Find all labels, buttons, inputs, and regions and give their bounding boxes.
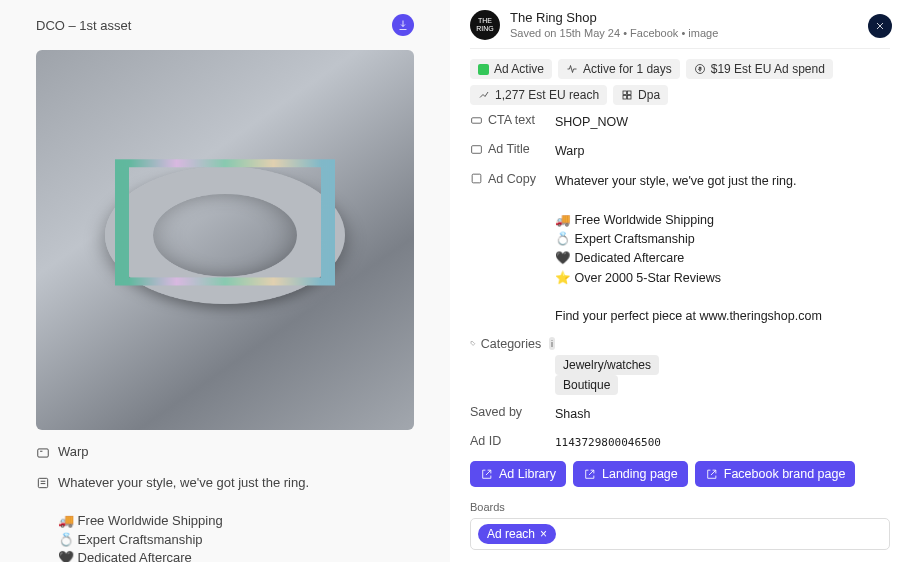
trend-icon bbox=[478, 89, 490, 101]
badge-reach: 1,277 Est EU reach bbox=[470, 85, 607, 105]
value-title: Warp bbox=[555, 142, 584, 161]
badge-active-days: Active for 1 days bbox=[558, 59, 680, 79]
label-cta: CTA text bbox=[488, 113, 535, 127]
svg-rect-9 bbox=[472, 174, 481, 183]
facebook-page-link[interactable]: Facebook brand page bbox=[695, 461, 856, 487]
external-link-icon bbox=[480, 468, 493, 481]
svg-rect-3 bbox=[623, 91, 627, 95]
close-icon bbox=[874, 20, 886, 32]
svg-rect-6 bbox=[628, 96, 632, 100]
category-chip[interactable]: Jewelry/watches bbox=[555, 355, 659, 375]
label-categories: Categories bbox=[481, 337, 541, 351]
status-badge-row: Ad Active Active for 1 days $19 Est EU A… bbox=[470, 59, 890, 105]
external-link-icon bbox=[705, 468, 718, 481]
value-adid: 1143729800046500 bbox=[555, 434, 661, 451]
label-adid: Ad ID bbox=[470, 434, 501, 448]
svg-rect-5 bbox=[623, 96, 627, 100]
shop-header: THE RING The Ring Shop Saved on 15th May… bbox=[470, 10, 890, 49]
svg-rect-0 bbox=[38, 449, 49, 457]
landing-page-link[interactable]: Landing page bbox=[573, 461, 688, 487]
copy-field-icon bbox=[470, 172, 483, 185]
left-pane: DCO – 1st asset Warp Whatever your style… bbox=[0, 0, 450, 562]
label-copy: Ad Copy bbox=[488, 172, 536, 186]
svg-rect-8 bbox=[472, 146, 482, 154]
close-button[interactable] bbox=[868, 14, 892, 38]
right-pane: THE RING The Ring Shop Saved on 15th May… bbox=[450, 0, 910, 562]
copy-icon bbox=[36, 476, 50, 490]
value-copy: Whatever your style, we've got just the … bbox=[555, 172, 822, 327]
ad-library-link[interactable]: Ad Library bbox=[470, 461, 566, 487]
svg-rect-7 bbox=[472, 117, 482, 122]
ad-creative-image bbox=[36, 50, 414, 430]
pulse-icon bbox=[566, 63, 578, 75]
active-indicator-icon bbox=[478, 64, 489, 75]
boards-input[interactable]: Ad reach× bbox=[470, 518, 890, 550]
board-chip[interactable]: Ad reach× bbox=[478, 524, 556, 544]
value-cta: SHOP_NOW bbox=[555, 113, 628, 132]
saved-meta: Saved on 15th May 24 • Facebook • image bbox=[510, 27, 718, 39]
category-chip[interactable]: Boutique bbox=[555, 375, 618, 395]
title-field-icon bbox=[470, 143, 483, 156]
shop-name: The Ring Shop bbox=[510, 10, 718, 25]
cta-icon bbox=[470, 114, 483, 127]
grid-icon bbox=[621, 89, 633, 101]
left-ad-title: Warp bbox=[58, 444, 89, 459]
badge-dpa: Dpa bbox=[613, 85, 668, 105]
dollar-icon bbox=[694, 63, 706, 75]
badge-ad-spend: $19 Est EU Ad spend bbox=[686, 59, 833, 79]
left-ad-copy: Whatever your style, we've got just the … bbox=[58, 474, 335, 562]
external-link-icon bbox=[583, 468, 596, 481]
download-icon bbox=[397, 19, 409, 31]
badge-ad-active: Ad Active bbox=[470, 59, 552, 79]
label-title: Ad Title bbox=[488, 142, 530, 156]
svg-rect-1 bbox=[38, 478, 47, 487]
left-pane-title: DCO – 1st asset bbox=[36, 18, 131, 33]
svg-rect-4 bbox=[628, 91, 632, 95]
label-savedby: Saved by bbox=[470, 405, 522, 419]
download-button[interactable] bbox=[392, 14, 414, 36]
value-savedby: Shash bbox=[555, 405, 590, 424]
remove-chip-icon[interactable]: × bbox=[540, 527, 547, 541]
title-icon bbox=[36, 446, 50, 460]
categories-icon bbox=[470, 337, 476, 350]
shop-avatar: THE RING bbox=[470, 10, 500, 40]
boards-label: Boards bbox=[470, 501, 890, 513]
